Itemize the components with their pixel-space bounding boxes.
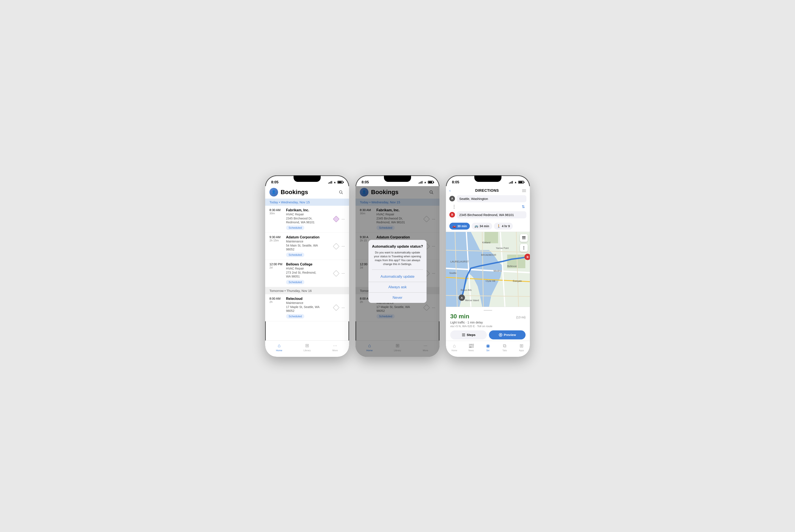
car-time: 30 min xyxy=(457,224,467,228)
tab-bar-1: ⌂ Home ⊞ Library ··· More xyxy=(265,341,349,357)
booking-time-1: 8:30 AM 30m xyxy=(269,208,284,230)
maps-tab-news[interactable]: 📰 News xyxy=(463,342,480,353)
bookings-header-1: 👤 Bookings xyxy=(265,186,349,198)
auto-update-button[interactable]: Automatically update xyxy=(368,271,427,282)
destination-input[interactable]: 2345 Birchwood Redmond, WA 98101 xyxy=(457,211,526,218)
signal-icon-3 xyxy=(509,181,513,184)
more-button-4[interactable]: ··· xyxy=(342,305,345,310)
more-button-1[interactable]: ··· xyxy=(342,217,345,222)
nav-icon-1[interactable] xyxy=(333,216,339,222)
notch-3 xyxy=(474,175,502,182)
result-distance: (13 mi) xyxy=(516,316,526,319)
wifi-icon-1: ▲ xyxy=(333,180,336,184)
tomorrow-header-1: Tomorrow • Thursday, Nov 16 xyxy=(265,287,349,294)
traffic-info: Light traffic · 1 min delay xyxy=(450,321,526,324)
booking-item-2[interactable]: 9:30 AM 2h 15m Adatum Corporation Mainte… xyxy=(265,233,349,260)
map-svg: LAURELHURST Seattle BROADMOOR Medina Bel… xyxy=(446,232,530,307)
wifi-icon-3: ▲ xyxy=(514,180,517,184)
maps-news-icon: 📰 xyxy=(468,343,474,349)
phone-1: 8:05 ▲ 👤 Bookings Today • Wednesday, Nov… xyxy=(265,175,349,357)
svg-point-35 xyxy=(500,334,501,336)
maps-news-label: News xyxy=(468,349,474,352)
svg-text:B: B xyxy=(527,255,528,259)
map-options-button[interactable] xyxy=(520,244,528,252)
battery-icon-1 xyxy=(338,181,343,184)
svg-point-28 xyxy=(523,246,524,247)
transit-time: 34 min xyxy=(480,224,489,228)
library-tab-icon-1: ⊞ xyxy=(305,343,309,348)
notch-1 xyxy=(293,175,321,182)
car-button[interactable]: 🚗 30 min xyxy=(449,223,470,230)
booking-details-4: Relecloud Maintenance 17 Maple St, Seatt… xyxy=(286,297,330,319)
nav-icon-2[interactable] xyxy=(333,243,339,250)
map-view[interactable]: LAURELHURST Seattle BROADMOOR Medina Bel… xyxy=(446,232,530,307)
maps-tab-tabs[interactable]: ⧉ Tabs xyxy=(496,342,513,353)
walk-button[interactable]: 🚶 4 hr 9 xyxy=(494,223,513,230)
directions-title: DIRECTIONS xyxy=(452,189,522,193)
status-icons-3: ▲ xyxy=(509,180,524,184)
steps-button[interactable]: Steps xyxy=(450,330,487,339)
status-icons-2: ▲ xyxy=(419,180,433,184)
more-tab-icon-1: ··· xyxy=(333,343,337,348)
svg-text:Kirkland: Kirkland xyxy=(482,241,490,244)
walk-icon: 🚶 xyxy=(497,224,501,228)
back-button[interactable]: ‹ xyxy=(449,189,451,193)
maps-home-icon: ⌂ xyxy=(453,343,456,349)
svg-text:Bellevue: Bellevue xyxy=(507,265,517,267)
svg-text:BROADMOOR: BROADMOOR xyxy=(481,253,496,256)
dialog-divider xyxy=(372,269,423,270)
search-button-1[interactable] xyxy=(337,188,345,196)
route-via: via I-5 N, WA-520 E · Toll on route xyxy=(450,325,526,328)
booking-badge-2: Scheduled xyxy=(286,252,304,257)
dialog-title: Automatically update status? xyxy=(372,244,423,249)
maps-tab-apps[interactable]: ⊞ Apps xyxy=(513,342,530,353)
never-button[interactable]: Never xyxy=(368,292,427,303)
filter-icon[interactable] xyxy=(522,188,526,193)
booking-item-1[interactable]: 8:30 AM 30m Fabrikam, Inc. HVAC Repair 2… xyxy=(265,206,349,233)
nav-icon-3[interactable] xyxy=(333,270,339,277)
booking-actions-3: ··· xyxy=(333,263,345,284)
svg-text:Yarrow Point: Yarrow Point xyxy=(496,247,509,249)
booking-badge-4: Scheduled xyxy=(286,314,304,319)
booking-item-4[interactable]: 8:00 AM 2h Relecloud Maintenance 17 Mapl… xyxy=(265,294,349,321)
library-tab-label-1: Library xyxy=(304,349,311,352)
bookings-scroll-1[interactable]: Today • Wednesday, Nov 15 8:30 AM 30m Fa… xyxy=(265,198,349,341)
swap-button[interactable]: ⇅ xyxy=(520,204,526,210)
battery-icon-3 xyxy=(518,181,524,184)
tab-home-1[interactable]: ⌂ Home xyxy=(265,342,293,353)
maps-apps-label: Apps xyxy=(519,349,524,352)
transit-button[interactable]: 🚌 34 min xyxy=(472,223,492,230)
result-time: 30 min xyxy=(450,313,469,320)
route-connector xyxy=(454,204,454,209)
maps-back-row: ‹ DIRECTIONS xyxy=(449,188,526,193)
maps-home-label: Home xyxy=(452,349,457,352)
avatar-1: 👤 xyxy=(269,188,278,196)
maps-tab-siri[interactable]: ◉ Siri xyxy=(480,342,496,353)
always-ask-button[interactable]: Always ask xyxy=(368,282,427,292)
time-distance-row: 30 min (13 mi) xyxy=(450,313,526,320)
signal-icon-1 xyxy=(328,181,332,184)
tab-library-1[interactable]: ⊞ Library xyxy=(293,342,321,353)
more-button-3[interactable]: ··· xyxy=(342,271,345,276)
booking-details-1: Fabrikam, Inc. HVAC Repair 2345 Birchwoo… xyxy=(286,208,330,230)
maps-tabs-label: Tabs xyxy=(502,349,507,352)
map-layers-button[interactable] xyxy=(520,234,528,242)
home-tab-icon-1: ⌂ xyxy=(278,343,281,348)
dialog-overlay: Automatically update status? Do you want… xyxy=(356,186,439,357)
preview-button[interactable]: Preview xyxy=(489,330,526,339)
booking-time-3: 12:00 PM 2d xyxy=(269,263,284,284)
status-icons-1: ▲ xyxy=(328,180,343,184)
today-header-1: Today • Wednesday, Nov 15 xyxy=(265,198,349,206)
origin-marker: A xyxy=(449,196,455,202)
bookings-title-1: Bookings xyxy=(281,189,337,196)
drag-handle xyxy=(484,310,492,311)
booking-item-3[interactable]: 12:00 PM 2d Bellows College HVAC Repair … xyxy=(265,260,349,287)
destination-marker: B xyxy=(449,212,455,217)
origin-input[interactable]: Seattle, Washington xyxy=(457,195,526,202)
nav-icon-4[interactable] xyxy=(333,304,339,311)
maps-tab-home[interactable]: ⌂ Home xyxy=(446,342,463,353)
more-button-2[interactable]: ··· xyxy=(342,244,345,248)
tab-more-1[interactable]: ··· More xyxy=(321,342,349,353)
walk-time: 4 hr 9 xyxy=(502,224,510,228)
booking-actions-1: ··· xyxy=(333,208,345,230)
